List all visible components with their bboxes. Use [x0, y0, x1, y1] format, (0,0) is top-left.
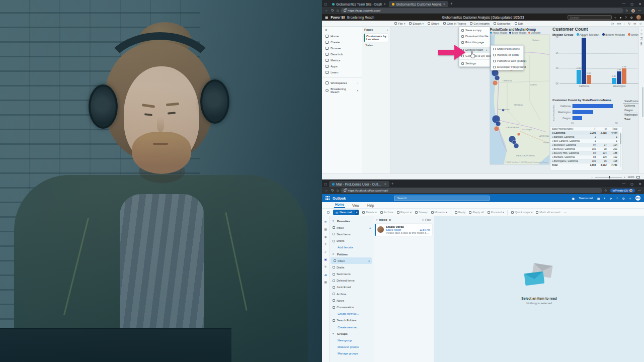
close-button[interactable]: ✕ — [636, 182, 644, 186]
file-menu-item-download-this-file[interactable]: Download this file — [459, 33, 490, 39]
tab-close-icon[interactable]: ✕ — [443, 3, 446, 6]
meet-icon[interactable]: ▦ — [597, 197, 600, 200]
menubar-item-subscribe[interactable]: Subscribe — [494, 22, 511, 25]
sidebar-item-workspaces[interactable]: Workspaces › — [322, 80, 362, 86]
map-bubble[interactable] — [514, 143, 519, 148]
folder-item-new-group[interactable]: New group — [330, 337, 373, 343]
expand-icon[interactable]: ⊞ — [552, 132, 553, 134]
new-tab-button[interactable]: + — [391, 182, 393, 186]
hbar-bar[interactable] — [573, 104, 613, 108]
powerbi-search-input[interactable] — [568, 15, 612, 20]
expand-icon[interactable]: ⊞ — [552, 136, 553, 138]
people-icon[interactable]: ◉ — [324, 234, 328, 238]
browser-more-icon[interactable]: ⋯ — [638, 189, 641, 193]
bar-above-median[interactable]: 0.4K — [612, 78, 616, 84]
submenu-item-developer-playground[interactable]: Developer Playground — [491, 64, 523, 70]
maximize-button[interactable]: ▢ — [628, 2, 636, 6]
tab-home[interactable]: Home — [334, 202, 345, 208]
select-all-circle-icon[interactable]: ○ — [376, 218, 378, 221]
menubar-item--[interactable]: ⋯ — [527, 22, 530, 25]
folder-item-inbox[interactable]: Inbox1 — [330, 224, 373, 231]
expand-icon[interactable]: ⊞ — [552, 160, 553, 162]
outlook-search-input[interactable] — [394, 196, 490, 201]
tab-list-icon[interactable]: ▢ — [322, 2, 329, 6]
back-button[interactable]: ← — [325, 9, 329, 13]
app-launcher-icon[interactable] — [326, 196, 330, 200]
bar-above-median[interactable]: 0.9K — [577, 70, 581, 84]
send-icon[interactable]: ➤ — [610, 197, 612, 200]
folder-item-add-favorite[interactable]: Add favorite — [330, 244, 373, 251]
folder-item-sent-items[interactable]: Sent Items — [330, 231, 373, 237]
folder-item-notes[interactable]: Notes — [330, 297, 373, 304]
sidebar-item-data-hub[interactable]: Data hub — [322, 51, 362, 57]
attachments-icon[interactable]: § — [324, 242, 328, 246]
hbar-bar[interactable] — [573, 110, 593, 114]
url-field[interactable]: https://app.powerbi.com/ — [341, 8, 623, 13]
bar-group-washington[interactable]: 0.4K0.8K1.0K — [612, 68, 626, 84]
map-bubble[interactable] — [494, 126, 499, 131]
browser-profile-avatar[interactable] — [631, 9, 635, 13]
table-row[interactable]: ⊞Burbank, California83109192 — [550, 155, 619, 159]
home-button[interactable]: ⌂ — [337, 189, 339, 193]
message-list-item[interactable]: Stacia VargaSales report11:54 AMPlease t… — [375, 224, 432, 236]
new-mail-split-arrow[interactable]: ▾ — [355, 210, 359, 215]
toolbar-item-move-to[interactable]: Move to▾ — [431, 211, 447, 214]
toolbar-item-report[interactable]: Report▾ — [397, 211, 412, 214]
apps-icon[interactable]: ▦ — [324, 280, 328, 284]
menubar-item-get-insights[interactable]: Get insights — [470, 22, 490, 25]
powerbi-avatar[interactable] — [636, 15, 641, 20]
menubar-item-edit[interactable]: Edit — [515, 22, 523, 25]
table-row[interactable]: ⊞Bell Gardens, California11 — [550, 139, 619, 143]
refresh-button[interactable]: ↻ — [331, 9, 334, 13]
page-tab-customers-by-location[interactable]: Customers by Location — [364, 34, 388, 42]
folder-item-inbox[interactable]: Inbox1 — [331, 257, 372, 264]
folder-item-drafts[interactable]: Drafts — [330, 264, 373, 270]
folder-item-deleted-items[interactable]: Deleted Items — [330, 278, 373, 284]
browser-tab-outlook[interactable]: Mail - ProLicense User - Outlook ✕ — [329, 181, 389, 187]
map-bubble[interactable] — [493, 80, 498, 85]
folder-item-search-folders[interactable]: Search Folders — [330, 317, 373, 324]
select-all-icon[interactable] — [327, 211, 330, 214]
bell-icon[interactable]: ○ — [616, 197, 618, 200]
refresh-button[interactable]: ↻ — [331, 189, 334, 193]
sidebar-item-current-workspace[interactable]: Broadening Reach ▾ — [322, 86, 362, 95]
zoom-slider[interactable] — [595, 177, 622, 177]
map-bubble[interactable] — [517, 133, 520, 136]
url-field[interactable]: https://outlook.office.com/mail/ — [341, 188, 602, 193]
minimize-button[interactable]: — — [620, 182, 628, 186]
toolbar-item-quick-steps[interactable]: Quick steps▾ — [511, 211, 532, 214]
file-menu-item-save-a-copy[interactable]: Save a copy — [459, 27, 490, 33]
todo-icon[interactable]: ✓ — [324, 249, 328, 253]
toolbar-item-reply-all[interactable]: Reply all — [469, 211, 484, 214]
table-row[interactable]: ⊞Bellflower, California9797194 — [550, 143, 619, 147]
folder-item-archive[interactable]: Archive — [330, 291, 373, 297]
pinned-star-icon[interactable]: ★ — [389, 218, 391, 221]
map-bubble[interactable] — [496, 121, 501, 126]
app-launcher-icon[interactable]: ▦ — [325, 16, 328, 20]
expand-icon[interactable]: ⊞ — [552, 156, 553, 158]
tab-close-icon[interactable]: ✕ — [383, 3, 386, 6]
folder-section-folders[interactable]: ▾Folders — [330, 251, 373, 257]
map-bubble[interactable] — [495, 75, 500, 80]
settings-gear-icon[interactable]: ⚙ — [622, 197, 625, 200]
back-button[interactable]: ← — [325, 189, 329, 193]
expand-icon[interactable]: ⊞ — [552, 152, 553, 154]
nav-hamburger-icon[interactable]: ≡ — [322, 27, 362, 33]
teams-icon[interactable]: ▣ — [324, 257, 328, 261]
legend-item-below-median[interactable]: Below Median — [602, 33, 625, 36]
bar-unknown[interactable]: 1.0K — [622, 68, 626, 84]
new-mail-button[interactable]: ✉New mail ▾ — [333, 210, 359, 215]
folder-item-create-new-fol-[interactable]: Create new fol... — [330, 311, 373, 317]
tab-help[interactable]: Help — [366, 203, 375, 208]
city-detail-table[interactable]: StateProvinceNameFMTotal⊞California2,206… — [550, 127, 622, 170]
help-icon[interactable]: ? — [625, 16, 626, 19]
folder-item-sent-items[interactable]: Sent Items — [330, 271, 373, 278]
collapse-pages-icon[interactable]: ‹ — [387, 28, 388, 31]
tab-list-icon[interactable]: ▢ — [322, 182, 329, 186]
mobile-layout-icon[interactable]: ▯▾ — [611, 22, 614, 25]
submenu-item-sharepoint-online[interactable]: SharePoint online — [491, 46, 523, 52]
favorites-icon[interactable]: ☆ — [604, 189, 607, 193]
browser-more-icon[interactable]: ⋯ — [638, 9, 641, 13]
folder-item-conversation-[interactable]: Conversation ... — [330, 304, 373, 310]
minimize-button[interactable]: — — [620, 2, 628, 6]
